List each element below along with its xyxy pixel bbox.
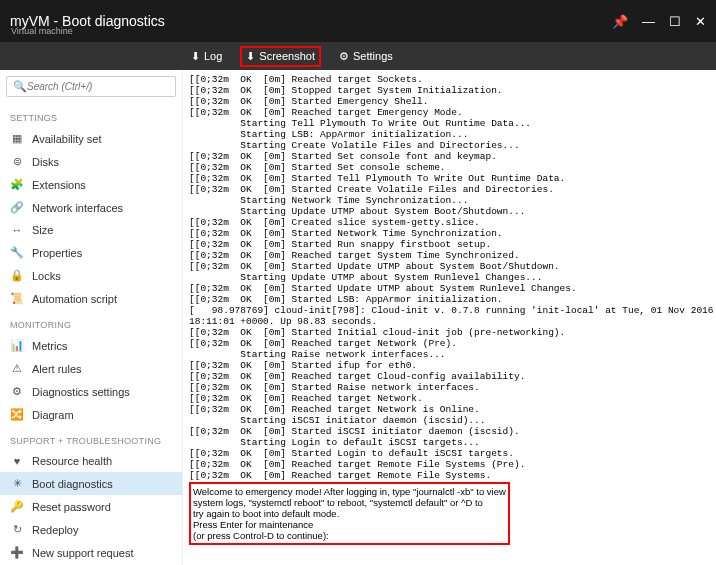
sidebar-item-alert-rules[interactable]: ⚠Alert rules <box>0 357 182 380</box>
diag-icon: ⚙ <box>10 385 24 398</box>
metrics-icon: 📊 <box>10 339 24 352</box>
sidebar-item-redeploy[interactable]: ↻Redeploy <box>0 518 182 541</box>
sidebar-item-label: Metrics <box>32 340 67 352</box>
sidebar-item-resource-health[interactable]: ♥Resource health <box>0 450 182 472</box>
sidebar-item-disks[interactable]: ⊜Disks <box>0 150 182 173</box>
download-icon: ⬇ <box>191 50 200 63</box>
sidebar-item-locks[interactable]: 🔒Locks <box>0 264 182 287</box>
maximize-icon[interactable]: ☐ <box>669 14 681 29</box>
download-icon: ⬇ <box>246 50 255 63</box>
titlebar: myVM - Boot diagnostics Virtual machine … <box>0 0 716 42</box>
emergency-mode-msg: Welcome to emergency mode! After logging… <box>189 482 510 545</box>
console-output: [[0;32m OK [0m] Reached target Sockets. … <box>183 70 716 565</box>
sidebar-section-head: MONITORING <box>0 310 182 334</box>
reset-icon: 🔑 <box>10 500 24 513</box>
sidebar-item-label: Boot diagnostics <box>32 478 113 490</box>
minimize-icon[interactable]: — <box>642 14 655 29</box>
network-icon: 🔗 <box>10 201 24 214</box>
script-icon: 📜 <box>10 292 24 305</box>
toolbar: ⬇Log ⬇Screenshot ⚙Settings <box>0 42 716 70</box>
health-icon: ♥ <box>10 455 24 467</box>
sidebar-item-label: Reset password <box>32 501 111 513</box>
sidebar-item-label: Properties <box>32 247 82 259</box>
size-icon: ↔ <box>10 224 24 236</box>
search-icon: 🔍 <box>13 80 27 93</box>
sidebar-item-size[interactable]: ↔Size <box>0 219 182 241</box>
redeploy-icon: ↻ <box>10 523 24 536</box>
sidebar-item-label: Network interfaces <box>32 202 123 214</box>
disk-icon: ⊜ <box>10 155 24 168</box>
sidebar-item-automation-script[interactable]: 📜Automation script <box>0 287 182 310</box>
alert-icon: ⚠ <box>10 362 24 375</box>
sidebar-item-label: Locks <box>32 270 61 282</box>
page-subtitle: Virtual machine <box>11 26 73 36</box>
sidebar: 🔍 SETTINGS▦Availability set⊜Disks🧩Extens… <box>0 70 183 565</box>
sidebar-item-diagnostics-settings[interactable]: ⚙Diagnostics settings <box>0 380 182 403</box>
sidebar-item-network-interfaces[interactable]: 🔗Network interfaces <box>0 196 182 219</box>
boot-icon: ✳ <box>10 477 24 490</box>
sidebar-item-label: Automation script <box>32 293 117 305</box>
sidebar-item-label: Disks <box>32 156 59 168</box>
support-icon: ➕ <box>10 546 24 559</box>
search-input[interactable] <box>27 81 169 92</box>
sidebar-item-diagram[interactable]: 🔀Diagram <box>0 403 182 426</box>
sidebar-item-properties[interactable]: 🔧Properties <box>0 241 182 264</box>
properties-icon: 🔧 <box>10 246 24 259</box>
settings-button[interactable]: ⚙Settings <box>333 46 399 67</box>
sidebar-item-label: New support request <box>32 547 134 559</box>
diagram-icon: 🔀 <box>10 408 24 421</box>
sidebar-item-new-support-request[interactable]: ➕New support request <box>0 541 182 564</box>
availability-icon: ▦ <box>10 132 24 145</box>
log-button[interactable]: ⬇Log <box>185 46 228 67</box>
sidebar-section-head: SETTINGS <box>0 103 182 127</box>
screenshot-button[interactable]: ⬇Screenshot <box>240 46 321 67</box>
sidebar-item-label: Diagram <box>32 409 74 421</box>
sidebar-item-label: Extensions <box>32 179 86 191</box>
sidebar-item-availability-set[interactable]: ▦Availability set <box>0 127 182 150</box>
pin-icon[interactable]: 📌 <box>612 14 628 29</box>
extension-icon: 🧩 <box>10 178 24 191</box>
search-box[interactable]: 🔍 <box>6 76 176 97</box>
sidebar-item-label: Diagnostics settings <box>32 386 130 398</box>
sidebar-item-label: Redeploy <box>32 524 78 536</box>
sidebar-item-label: Resource health <box>32 455 112 467</box>
sidebar-item-label: Size <box>32 224 53 236</box>
sidebar-item-extensions[interactable]: 🧩Extensions <box>0 173 182 196</box>
lock-icon: 🔒 <box>10 269 24 282</box>
sidebar-item-boot-diagnostics[interactable]: ✳Boot diagnostics <box>0 472 182 495</box>
sidebar-section-head: SUPPORT + TROUBLESHOOTING <box>0 426 182 450</box>
close-icon[interactable]: ✕ <box>695 14 706 29</box>
gear-icon: ⚙ <box>339 50 349 63</box>
sidebar-item-label: Alert rules <box>32 363 82 375</box>
sidebar-item-label: Availability set <box>32 133 102 145</box>
sidebar-item-reset-password[interactable]: 🔑Reset password <box>0 495 182 518</box>
sidebar-item-metrics[interactable]: 📊Metrics <box>0 334 182 357</box>
